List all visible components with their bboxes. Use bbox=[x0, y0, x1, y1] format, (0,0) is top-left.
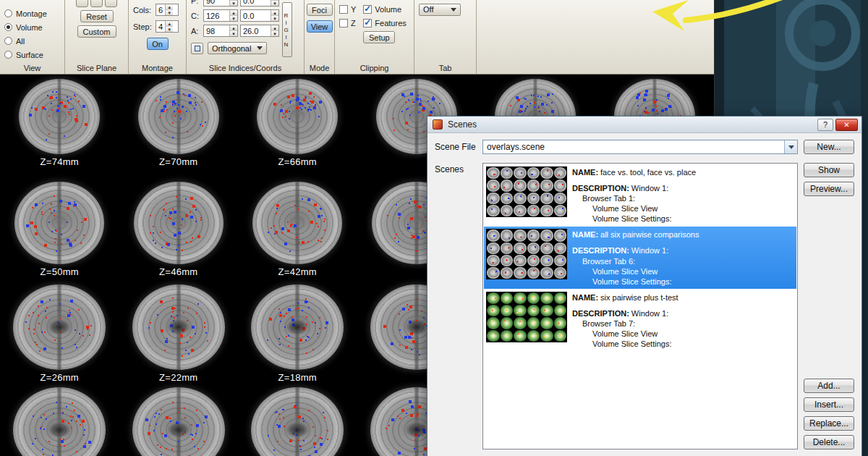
activation-dots bbox=[370, 284, 372, 286]
view-option-label: Montage bbox=[16, 9, 47, 18]
scene-browser-tab: Browser Tab 6: bbox=[572, 256, 699, 266]
step-stepper[interactable]: 4 ▲▼ bbox=[156, 20, 179, 33]
spinner-arrows-icon[interactable]: ▲▼ bbox=[229, 10, 237, 21]
slice-plane-axis-button[interactable] bbox=[90, 0, 103, 7]
view-option-surface[interactable]: Surface bbox=[4, 48, 60, 62]
scene-view-type: Volume Slice View bbox=[572, 329, 678, 339]
a-index-stepper[interactable]: 98 ▲▼ bbox=[203, 25, 238, 37]
brain-slice bbox=[13, 387, 106, 456]
reset-button[interactable]: Reset bbox=[80, 10, 114, 22]
scene-settings: Volume Slice Settings: bbox=[572, 339, 678, 349]
slice-z-label: Z=42mm bbox=[278, 266, 317, 277]
clipping-volume-checkbox[interactable]: Volume bbox=[363, 2, 406, 16]
toolbar-section-montage: Cols: 6 ▲▼ Step: 4 ▲▼ On Montage bbox=[129, 0, 187, 74]
spinner-arrows-icon[interactable]: ▲▼ bbox=[271, 0, 278, 6]
view-option-montage[interactable]: Montage bbox=[4, 7, 60, 20]
show-button[interactable]: Show bbox=[804, 163, 854, 177]
activation-dots bbox=[14, 182, 16, 183]
montage-cell: Z=50mm bbox=[0, 182, 119, 280]
cols-label: Cols: bbox=[133, 6, 153, 14]
delete-button[interactable]: Delete... bbox=[804, 435, 854, 449]
axis-label-c: C: bbox=[191, 12, 201, 20]
new-scene-file-button[interactable]: New... bbox=[804, 140, 854, 154]
scene-description: DESCRIPTION:Window 1: bbox=[572, 308, 678, 318]
projection-dropdown[interactable]: Orthogonal bbox=[208, 42, 267, 54]
insert-button[interactable]: Insert... bbox=[804, 397, 854, 412]
scene-name: NAME:all six pairwise comparisons bbox=[572, 229, 699, 240]
clipping-features-checkbox[interactable]: Features bbox=[363, 16, 406, 30]
slice-plane-axis-button[interactable] bbox=[76, 0, 88, 7]
montage-cell: Z=74mm bbox=[0, 79, 119, 177]
p-index-stepper[interactable]: 90 ▲▼ bbox=[203, 0, 238, 7]
dialog-button-column: Show Preview... Add... Insert... Replace… bbox=[804, 163, 854, 449]
scene-item-text: NAME:face vs. tool, face vs. place DESCR… bbox=[572, 166, 696, 224]
dialog-title: Scenes bbox=[448, 119, 817, 130]
clipping-y-checkbox[interactable]: Y bbox=[339, 2, 356, 16]
foci-mode-button[interactable]: Foci bbox=[307, 4, 333, 16]
section-label-slice-indices: Slice Indices/Coords bbox=[187, 64, 304, 72]
brain-slice bbox=[132, 284, 225, 370]
c-index-stepper[interactable]: 126 ▲▼ bbox=[203, 9, 238, 22]
scene-item[interactable]: NAME:all six pairwise comparisons DESCRI… bbox=[484, 227, 796, 288]
brain-slice bbox=[257, 79, 338, 154]
p-coord-stepper[interactable]: 0.0 ▲▼ bbox=[240, 0, 279, 7]
cols-stepper[interactable]: 6 ▲▼ bbox=[156, 4, 179, 16]
custom-button[interactable]: Custom bbox=[77, 25, 116, 38]
coords-display-toggle-button[interactable] bbox=[191, 43, 203, 54]
view-option-all[interactable]: All bbox=[4, 34, 60, 48]
view-mode-button[interactable]: View bbox=[307, 20, 333, 33]
radio-icon bbox=[4, 51, 12, 59]
montage-on-button[interactable]: On bbox=[147, 38, 169, 50]
brain-slice bbox=[251, 387, 344, 456]
scenes-list-label: Scenes bbox=[435, 163, 477, 174]
clipping-z-label: Z bbox=[351, 19, 356, 28]
scene-thumbnail bbox=[486, 166, 567, 217]
tab-yoking-dropdown[interactable]: Off bbox=[419, 4, 461, 16]
scene-view-type: Volume Slice View bbox=[572, 266, 699, 276]
replace-button[interactable]: Replace... bbox=[804, 416, 854, 431]
scene-item-text: NAME:all six pairwise comparisons DESCRI… bbox=[572, 229, 699, 286]
montage-cell: Z=26mm bbox=[0, 284, 119, 383]
spinner-arrows-icon[interactable]: ▲▼ bbox=[229, 25, 237, 36]
activation-dots bbox=[495, 79, 496, 80]
dialog-title-bar[interactable]: Scenes ? ✕ bbox=[427, 117, 861, 133]
toolbar-section-mode: Foci View Mode bbox=[305, 0, 335, 74]
scene-item[interactable]: NAME:face vs. tool, face vs. place DESCR… bbox=[484, 164, 796, 226]
activation-dots bbox=[251, 387, 252, 389]
a-coord-stepper[interactable]: 26.0 ▲▼ bbox=[240, 25, 279, 37]
spinner-arrows-icon[interactable]: ▲▼ bbox=[165, 4, 173, 15]
close-button[interactable]: ✕ bbox=[835, 119, 858, 131]
screen: Montage Volume All Surface View bbox=[0, 0, 868, 456]
activation-dots bbox=[372, 182, 373, 183]
origin-button[interactable]: RIGIN bbox=[282, 2, 292, 57]
c-coord-stepper[interactable]: 0.0 ▲▼ bbox=[240, 9, 279, 22]
scene-settings: Volume Slice Settings: bbox=[572, 214, 696, 224]
activation-dots bbox=[257, 79, 258, 80]
scene-browser-tab: Browser Tab 1: bbox=[572, 193, 696, 203]
activation-dots bbox=[251, 284, 252, 286]
preview-button[interactable]: Preview... bbox=[804, 182, 854, 196]
activation-dots bbox=[132, 387, 134, 389]
step-label: Step: bbox=[133, 22, 153, 31]
combobox-arrow-button[interactable] bbox=[784, 140, 797, 153]
toolbar-section-slice-plane: Reset Custom Slice Plane bbox=[65, 0, 129, 74]
add-button[interactable]: Add... bbox=[804, 379, 854, 393]
section-label-slice-plane: Slice Plane bbox=[65, 64, 128, 72]
scene-view-type: Volume Slice View bbox=[572, 203, 696, 214]
close-icon: ✕ bbox=[843, 121, 849, 129]
activation-dots bbox=[614, 79, 616, 80]
help-button[interactable]: ? bbox=[817, 119, 833, 131]
spinner-arrows-icon[interactable]: ▲▼ bbox=[165, 21, 173, 32]
clipping-z-checkbox[interactable]: Z bbox=[339, 16, 356, 30]
slice-plane-axis-button[interactable] bbox=[105, 0, 117, 7]
scene-file-label: Scene File bbox=[435, 142, 477, 152]
montage-cell: Z=70mm bbox=[119, 79, 239, 177]
view-option-volume[interactable]: Volume bbox=[4, 20, 60, 34]
spinner-arrows-icon[interactable]: ▲▼ bbox=[271, 25, 278, 36]
scene-file-combobox[interactable]: overlays.scene bbox=[482, 140, 798, 154]
spinner-arrows-icon[interactable]: ▲▼ bbox=[229, 0, 237, 6]
slice-z-label: Z=70mm bbox=[159, 156, 197, 167]
scene-item[interactable]: NAME:six pairwise plus t-test DESCRIPTIO… bbox=[484, 290, 796, 351]
spinner-arrows-icon[interactable]: ▲▼ bbox=[271, 10, 278, 21]
clipping-setup-button[interactable]: Setup bbox=[363, 31, 395, 43]
